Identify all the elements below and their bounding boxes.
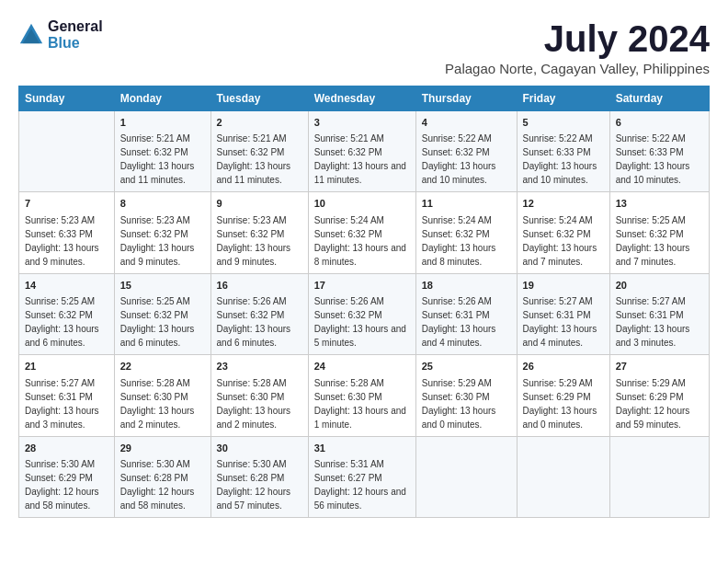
cell-date: 17 <box>314 279 410 293</box>
cell-info: Sunrise: 5:30 AMSunset: 6:28 PMDaylight:… <box>120 457 205 512</box>
cell-5-5 <box>415 436 517 517</box>
cell-date: 23 <box>217 360 302 373</box>
cell-info: Sunrise: 5:26 AMSunset: 6:31 PMDaylight:… <box>422 294 511 350</box>
logo: General Blue <box>18 18 103 51</box>
cell-info: Sunrise: 5:21 AMSunset: 6:32 PMDaylight:… <box>120 132 205 187</box>
col-saturday: Saturday <box>609 86 709 111</box>
cell-4-3: 23Sunrise: 5:28 AMSunset: 6:30 PMDayligh… <box>210 355 308 436</box>
col-friday: Friday <box>517 86 609 111</box>
logo-text-blue: Blue <box>48 35 103 52</box>
cell-date: 5 <box>523 116 604 130</box>
cell-date: 11 <box>422 197 511 211</box>
cell-date: 1 <box>120 116 205 130</box>
cell-2-5: 11Sunrise: 5:24 AMSunset: 6:32 PMDayligh… <box>415 192 517 273</box>
subtitle: Palagao Norte, Cagayan Valley, Philippin… <box>445 61 710 76</box>
cell-date: 30 <box>217 442 302 455</box>
cell-info: Sunrise: 5:25 AMSunset: 6:32 PMDaylight:… <box>616 213 703 269</box>
cell-date: 9 <box>217 197 302 211</box>
main-title: July 2024 <box>445 18 710 59</box>
cell-info: Sunrise: 5:28 AMSunset: 6:30 PMDaylight:… <box>314 376 410 431</box>
cell-info: Sunrise: 5:21 AMSunset: 6:32 PMDaylight:… <box>217 132 302 187</box>
week-row-3: 14Sunrise: 5:25 AMSunset: 6:32 PMDayligh… <box>19 273 710 354</box>
cell-date: 25 <box>422 360 511 373</box>
cell-info: Sunrise: 5:29 AMSunset: 6:30 PMDaylight:… <box>422 376 511 431</box>
cell-info: Sunrise: 5:30 AMSunset: 6:28 PMDaylight:… <box>217 457 302 512</box>
cell-4-4: 24Sunrise: 5:28 AMSunset: 6:30 PMDayligh… <box>308 355 415 436</box>
logo-icon <box>18 22 44 48</box>
cell-1-3: 2Sunrise: 5:21 AMSunset: 6:32 PMDaylight… <box>210 111 308 192</box>
cell-date: 26 <box>523 360 604 373</box>
cell-2-6: 12Sunrise: 5:24 AMSunset: 6:32 PMDayligh… <box>517 192 609 273</box>
cell-5-1: 28Sunrise: 5:30 AMSunset: 6:29 PMDayligh… <box>19 436 115 517</box>
cell-info: Sunrise: 5:29 AMSunset: 6:29 PMDaylight:… <box>523 376 604 431</box>
col-tuesday: Tuesday <box>210 86 308 111</box>
cell-3-1: 14Sunrise: 5:25 AMSunset: 6:32 PMDayligh… <box>19 273 115 354</box>
cell-5-7 <box>609 436 709 517</box>
cell-date: 27 <box>616 360 703 373</box>
cell-info: Sunrise: 5:28 AMSunset: 6:30 PMDaylight:… <box>120 376 205 431</box>
cell-3-7: 20Sunrise: 5:27 AMSunset: 6:31 PMDayligh… <box>609 273 709 354</box>
cell-1-2: 1Sunrise: 5:21 AMSunset: 6:32 PMDaylight… <box>114 111 210 192</box>
cell-info: Sunrise: 5:26 AMSunset: 6:32 PMDaylight:… <box>217 294 302 350</box>
col-thursday: Thursday <box>415 86 517 111</box>
cell-date: 28 <box>25 442 108 455</box>
cell-info: Sunrise: 5:31 AMSunset: 6:27 PMDaylight:… <box>314 457 410 512</box>
cell-1-1 <box>19 111 115 192</box>
cell-5-6 <box>517 436 609 517</box>
cell-info: Sunrise: 5:22 AMSunset: 6:32 PMDaylight:… <box>422 132 511 187</box>
cell-info: Sunrise: 5:21 AMSunset: 6:32 PMDaylight:… <box>314 132 410 187</box>
cell-info: Sunrise: 5:24 AMSunset: 6:32 PMDaylight:… <box>314 213 410 269</box>
cell-3-5: 18Sunrise: 5:26 AMSunset: 6:31 PMDayligh… <box>415 273 517 354</box>
cell-1-5: 4Sunrise: 5:22 AMSunset: 6:32 PMDaylight… <box>415 111 517 192</box>
cell-info: Sunrise: 5:22 AMSunset: 6:33 PMDaylight:… <box>523 132 604 187</box>
cell-date: 21 <box>25 360 108 373</box>
cell-2-4: 10Sunrise: 5:24 AMSunset: 6:32 PMDayligh… <box>308 192 415 273</box>
cell-4-2: 22Sunrise: 5:28 AMSunset: 6:30 PMDayligh… <box>114 355 210 436</box>
week-row-2: 7Sunrise: 5:23 AMSunset: 6:33 PMDaylight… <box>19 192 710 273</box>
cell-date: 2 <box>217 116 302 130</box>
cell-3-4: 17Sunrise: 5:26 AMSunset: 6:32 PMDayligh… <box>308 273 415 354</box>
cell-info: Sunrise: 5:24 AMSunset: 6:32 PMDaylight:… <box>523 213 604 269</box>
cell-1-6: 5Sunrise: 5:22 AMSunset: 6:33 PMDaylight… <box>517 111 609 192</box>
cell-info: Sunrise: 5:24 AMSunset: 6:32 PMDaylight:… <box>422 213 511 269</box>
cell-date: 7 <box>25 197 108 211</box>
cell-info: Sunrise: 5:25 AMSunset: 6:32 PMDaylight:… <box>120 294 205 350</box>
cell-5-3: 30Sunrise: 5:30 AMSunset: 6:28 PMDayligh… <box>210 436 308 517</box>
cell-1-4: 3Sunrise: 5:21 AMSunset: 6:32 PMDaylight… <box>308 111 415 192</box>
cell-date: 16 <box>217 279 302 293</box>
cell-4-5: 25Sunrise: 5:29 AMSunset: 6:30 PMDayligh… <box>415 355 517 436</box>
cell-info: Sunrise: 5:29 AMSunset: 6:29 PMDaylight:… <box>616 376 703 431</box>
cell-2-2: 8Sunrise: 5:23 AMSunset: 6:32 PMDaylight… <box>114 192 210 273</box>
cell-date: 20 <box>616 279 703 293</box>
cell-date: 19 <box>523 279 604 293</box>
cell-2-3: 9Sunrise: 5:23 AMSunset: 6:32 PMDaylight… <box>210 192 308 273</box>
cell-date: 22 <box>120 360 205 373</box>
col-sunday: Sunday <box>19 86 115 111</box>
cell-date: 4 <box>422 116 511 130</box>
header-row: Sunday Monday Tuesday Wednesday Thursday… <box>19 86 710 111</box>
cell-date: 29 <box>120 442 205 455</box>
cell-info: Sunrise: 5:28 AMSunset: 6:30 PMDaylight:… <box>217 376 302 431</box>
cell-date: 6 <box>616 116 703 130</box>
col-wednesday: Wednesday <box>308 86 415 111</box>
cell-1-7: 6Sunrise: 5:22 AMSunset: 6:33 PMDaylight… <box>609 111 709 192</box>
cell-5-2: 29Sunrise: 5:30 AMSunset: 6:28 PMDayligh… <box>114 436 210 517</box>
week-row-4: 21Sunrise: 5:27 AMSunset: 6:31 PMDayligh… <box>19 355 710 436</box>
cell-date: 31 <box>314 442 410 455</box>
cell-info: Sunrise: 5:25 AMSunset: 6:32 PMDaylight:… <box>25 294 108 350</box>
cell-info: Sunrise: 5:27 AMSunset: 6:31 PMDaylight:… <box>523 294 604 350</box>
col-monday: Monday <box>114 86 210 111</box>
cell-date: 13 <box>616 197 703 211</box>
week-row-1: 1Sunrise: 5:21 AMSunset: 6:32 PMDaylight… <box>19 111 710 192</box>
cell-4-1: 21Sunrise: 5:27 AMSunset: 6:31 PMDayligh… <box>19 355 115 436</box>
cell-4-6: 26Sunrise: 5:29 AMSunset: 6:29 PMDayligh… <box>517 355 609 436</box>
title-section: July 2024 Palagao Norte, Cagayan Valley,… <box>445 18 710 76</box>
calendar-table: Sunday Monday Tuesday Wednesday Thursday… <box>18 86 710 518</box>
cell-info: Sunrise: 5:30 AMSunset: 6:29 PMDaylight:… <box>25 457 108 512</box>
cell-4-7: 27Sunrise: 5:29 AMSunset: 6:29 PMDayligh… <box>609 355 709 436</box>
cell-date: 12 <box>523 197 604 211</box>
cell-info: Sunrise: 5:23 AMSunset: 6:33 PMDaylight:… <box>25 213 108 269</box>
cell-info: Sunrise: 5:22 AMSunset: 6:33 PMDaylight:… <box>616 132 703 187</box>
cell-date: 14 <box>25 279 108 293</box>
header: General Blue July 2024 Palagao Norte, Ca… <box>18 18 710 76</box>
